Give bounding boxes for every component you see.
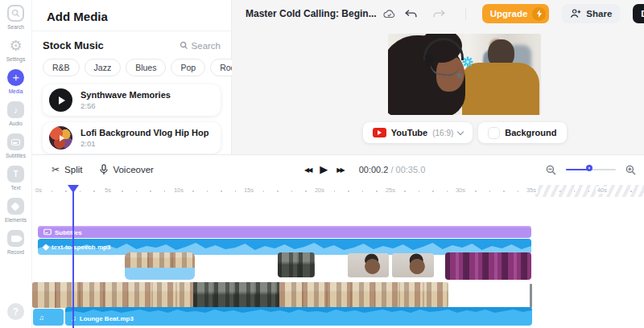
background-man: [462, 63, 539, 115]
music-note-icon: ♪: [7, 101, 24, 118]
zoom-slider[interactable]: [566, 169, 616, 170]
music-audio-clip[interactable]: ♫ Lounge Beat.mp3: [65, 307, 532, 326]
search-icon: [180, 41, 188, 50]
video-preview[interactable]: [388, 34, 541, 115]
background-swatch-icon: [488, 127, 500, 139]
genre-chip-blues[interactable]: Blues: [126, 59, 166, 76]
redo-icon: [432, 9, 446, 18]
track-title: Synthwave Memories: [80, 90, 171, 100]
share-button[interactable]: Share: [562, 4, 620, 23]
share-person-icon: [570, 9, 581, 18]
genre-chips: R&B Jazz Blues Pop Rock •••: [43, 59, 221, 76]
track-duration: 2:56: [80, 101, 171, 110]
cloud-sync-icon: [383, 9, 396, 18]
lightning-bolt-icon: [532, 7, 546, 21]
zoom-slider-handle[interactable]: [586, 165, 592, 171]
app-window: Search ⚙ Settings ＋ Media ♪ Audio Subtit…: [0, 0, 644, 328]
sidebar-item-settings[interactable]: ⚙ Settings: [6, 37, 26, 62]
genre-chip-rnb[interactable]: R&B: [43, 59, 80, 76]
timeline-ruler[interactable]: 0s 5s 10s 15s 20s 25s 30s 35s 40s: [32, 184, 644, 199]
top-bar: Master Cold Calling: Begin...: [232, 0, 644, 27]
youtube-icon: [373, 128, 386, 137]
audio-clip-small[interactable]: ♫: [33, 309, 64, 326]
zoom-in-button[interactable]: [625, 165, 636, 175]
help-icon: ?: [7, 303, 24, 320]
background-button[interactable]: Background: [478, 122, 566, 143]
split-button[interactable]: ✂ Split: [52, 164, 82, 175]
skip-forward-button[interactable]: ▶▶: [336, 166, 343, 174]
undo-button[interactable]: [402, 9, 419, 18]
record-camera-icon: [7, 230, 24, 247]
flower-clip: [462, 56, 473, 68]
panel-title: Add Media: [32, 0, 231, 31]
overlay-video-clip[interactable]: [348, 253, 389, 277]
timeline-toolbar: ✂ Split Voiceover ◀◀ ▶ ▶▶ 00:00.2 /: [32, 155, 644, 184]
sidebar-item-text[interactable]: T Text: [7, 166, 24, 191]
track-duration: 2:01: [80, 139, 209, 148]
canvas-ratio-button[interactable]: YouTube (16:9): [363, 122, 473, 143]
overlay-video-clip[interactable]: [125, 252, 195, 280]
project-title: Master Cold Calling: Begin...: [246, 8, 377, 19]
microphone-icon: [100, 164, 108, 175]
sidebar-item-elements[interactable]: Elements: [5, 198, 27, 223]
out-of-range-hatch: [535, 185, 644, 197]
overlay-video-clip[interactable]: [392, 253, 434, 277]
subtitles-icon: [43, 229, 52, 236]
voiceover-button[interactable]: Voiceover: [100, 164, 154, 175]
stock-music-title: Stock Music: [43, 39, 104, 51]
play-icon[interactable]: [49, 88, 72, 112]
sidebar-item-subtitles[interactable]: Subtitles: [6, 133, 26, 158]
preview-area: Master Cold Calling: Begin...: [232, 0, 644, 154]
timeline-tracks: Subtitles text-to-speech.mp3: [32, 199, 644, 328]
sidebar-item-record[interactable]: Record: [7, 230, 24, 255]
elements-icon: [7, 198, 24, 215]
sidebar-item-media[interactable]: ＋ Media: [7, 69, 24, 94]
genre-chip-pop[interactable]: Pop: [171, 59, 205, 76]
overlay-video-clip[interactable]: [445, 252, 531, 280]
icon-sidebar: Search ⚙ Settings ＋ Media ♪ Audio Subtit…: [0, 0, 32, 328]
search-icon: [7, 5, 24, 22]
stock-music-search[interactable]: Search: [180, 41, 221, 51]
divider: [465, 7, 466, 20]
text-icon: T: [7, 166, 24, 182]
genre-chip-jazz[interactable]: Jazz: [85, 59, 122, 76]
sidebar-item-search[interactable]: Search: [7, 5, 24, 30]
zoom-out-icon: [546, 165, 556, 175]
scissors-icon: ✂: [52, 164, 60, 175]
main-video-clip[interactable]: [32, 282, 448, 308]
zoom-in-icon: [625, 165, 636, 175]
timecode: 00:00.2 / 00:35.0: [359, 165, 426, 174]
music-note-icon: ♫: [39, 314, 44, 322]
overlay-video-clip[interactable]: [278, 252, 315, 277]
chevron-down-icon: [457, 128, 464, 134]
add-media-panel: Add Media Stock Music Search R&B Jazz Bl…: [32, 0, 232, 154]
zoom-out-button[interactable]: [546, 165, 556, 175]
playhead-handle[interactable]: [68, 185, 79, 193]
add-media-icon: ＋: [7, 69, 24, 86]
music-track-item[interactable]: Synthwave Memories 2:56: [43, 84, 221, 116]
subtitles-track-clip[interactable]: Subtitles: [38, 226, 531, 238]
redo-button[interactable]: [431, 9, 448, 18]
track-title: Lofi Background Vlog Hip Hop: [80, 128, 209, 137]
timeline: ✂ Split Voiceover ◀◀ ▶ ▶▶ 00:00.2 /: [32, 154, 644, 328]
play-button[interactable]: ▶: [320, 163, 328, 175]
tiny-video-clip[interactable]: [530, 284, 532, 308]
gear-icon: ⚙: [7, 37, 24, 54]
sidebar-item-audio[interactable]: ♪ Audio: [7, 101, 24, 126]
playhead-line[interactable]: [72, 187, 74, 328]
play-icon[interactable]: [49, 126, 72, 150]
skip-back-button[interactable]: ◀◀: [304, 166, 311, 174]
undo-icon: [404, 9, 418, 18]
upgrade-button[interactable]: Upgrade: [482, 4, 550, 23]
music-track-item[interactable]: Lofi Background Vlog Hip Hop 2:01: [43, 122, 221, 154]
subtitles-icon: [7, 133, 24, 150]
help-button[interactable]: ?: [7, 303, 24, 320]
sparkle-icon: [43, 244, 49, 250]
done-button[interactable]: Done ✓: [633, 4, 644, 23]
